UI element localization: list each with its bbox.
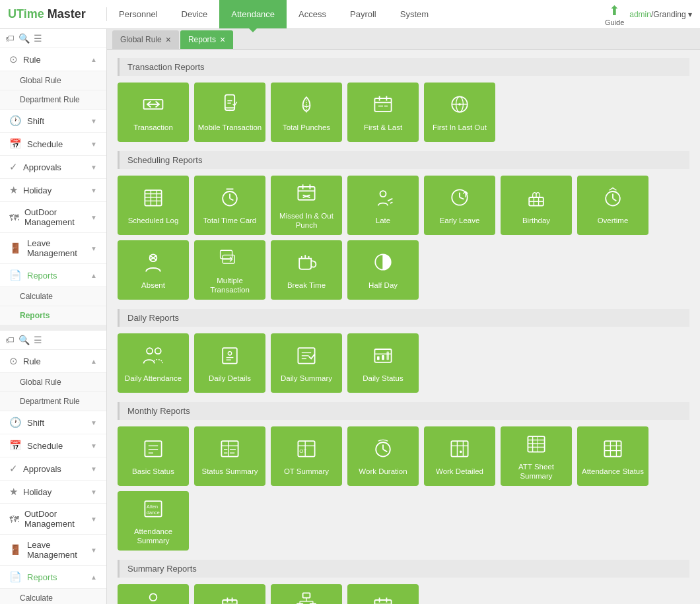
nav-device[interactable]: Device bbox=[170, 0, 220, 28]
sidebar-item-reports-2[interactable]: 📄 Reports ▲ bbox=[0, 566, 106, 589]
card-yearly-summary[interactable]: Yearly Summary bbox=[347, 584, 419, 604]
card-attendance-summary-label: Attendance Summary bbox=[120, 527, 186, 546]
tab-reports[interactable]: Reports × bbox=[180, 30, 233, 49]
sidebar-sub-global-rule-1[interactable]: Global Rule bbox=[0, 71, 106, 90]
card-daily-attendance[interactable]: Daily Attendance bbox=[118, 333, 189, 393]
card-transaction[interactable]: Transaction bbox=[118, 83, 189, 142]
chevron-down-icon: ▼ bbox=[90, 117, 97, 125]
card-daily-status[interactable]: Daily Status bbox=[347, 333, 419, 393]
card-daily-details[interactable]: Daily Details bbox=[194, 333, 265, 393]
card-daily-summary[interactable]: Daily Summary bbox=[271, 333, 342, 393]
sidebar-item-leave-1[interactable]: 🚪 Leave Management ▼ bbox=[0, 233, 106, 264]
nav-payroll[interactable]: Payroll bbox=[338, 0, 388, 28]
sidebar-sub-reports-link-1[interactable]: Reports bbox=[0, 306, 106, 325]
card-mobile-transaction[interactable]: Mobile Transaction bbox=[194, 83, 265, 142]
search-icon[interactable]: 🔍 bbox=[18, 33, 30, 44]
late-icon bbox=[371, 185, 395, 213]
card-first-last-label: First & Last bbox=[364, 123, 402, 133]
sidebar-item-approvals-1[interactable]: ✓ Approvals ▼ bbox=[0, 156, 106, 179]
user-info[interactable]: admin/Granding ▾ bbox=[629, 10, 692, 19]
shift-icon-2: 🕐 bbox=[9, 417, 22, 428]
card-work-detailed[interactable]: Work Detailed bbox=[424, 426, 495, 486]
schedule-icon-2: 📅 bbox=[9, 440, 22, 452]
svg-point-114 bbox=[150, 593, 157, 601]
sidebar-item-outdoor-2[interactable]: 🗺 OutDoor Management ▼ bbox=[0, 504, 106, 535]
chevron-up-icon: ▲ bbox=[90, 56, 97, 63]
guide-button[interactable]: ⬆ Guide bbox=[605, 3, 624, 26]
card-status-summary[interactable]: Status Summary bbox=[194, 426, 265, 486]
section-transaction-reports: Transaction Reports bbox=[118, 58, 689, 76]
card-first-in-last-out[interactable]: First In Last Out bbox=[424, 83, 495, 142]
card-multiple-transaction[interactable]: Multiple Transaction bbox=[194, 240, 265, 300]
leave-icon-2: 🚪 bbox=[9, 544, 22, 556]
sidebar-item-reports-1[interactable]: 📄 Reports ▲ bbox=[0, 264, 106, 287]
sidebar-sub-calculate-2[interactable]: Calculate bbox=[0, 589, 106, 604]
sidebar-sub-department-rule-1[interactable]: Department Rule bbox=[0, 90, 106, 110]
tab-reports-close[interactable]: × bbox=[220, 35, 225, 44]
card-missed-in-out[interactable]: Missed In & Out Punch bbox=[271, 176, 342, 235]
card-birthday[interactable]: Birthday bbox=[501, 176, 572, 235]
tab-global-rule[interactable]: Global Rule × bbox=[112, 30, 179, 49]
card-absent[interactable]: Absent bbox=[118, 240, 189, 300]
sidebar-label-leave-2: Leave Management bbox=[27, 540, 90, 560]
card-first-last[interactable]: First & Last bbox=[347, 83, 419, 142]
search-icon-2[interactable]: 🔍 bbox=[18, 335, 30, 345]
sidebar-sub-global-rule-2[interactable]: Global Rule bbox=[0, 373, 106, 392]
sidebar-item-rule-1[interactable]: ⊙ Rule ▲ bbox=[0, 48, 106, 71]
svg-rect-8 bbox=[374, 98, 391, 112]
card-total-time-card[interactable]: Total Time Card bbox=[194, 176, 265, 235]
card-leave-summary[interactable]: Leave Summary bbox=[194, 584, 265, 604]
sidebar-label-rule-1: Rule bbox=[23, 55, 41, 65]
sidebar-item-holiday-2[interactable]: ★ Holiday ▼ bbox=[0, 481, 106, 504]
card-att-sheet-summary[interactable]: ATT Sheet Summary bbox=[501, 426, 572, 486]
sidebar-item-holiday-1[interactable]: ★ Holiday ▼ bbox=[0, 179, 106, 202]
svg-line-94 bbox=[383, 449, 387, 452]
card-break-time[interactable]: Break Time bbox=[271, 240, 342, 300]
sidebar-sub-calculate-1[interactable]: Calculate bbox=[0, 287, 106, 306]
card-attendance-status[interactable]: Attendance Status bbox=[577, 426, 648, 486]
card-early-leave[interactable]: Early Leave bbox=[424, 176, 495, 235]
sidebar-label-rule-2: Rule bbox=[23, 356, 41, 366]
sidebar-item-schedule-1[interactable]: 📅 Schedule ▼ bbox=[0, 133, 106, 156]
sidebar-item-outdoor-1[interactable]: 🗺 OutDoor Management ▼ bbox=[0, 202, 106, 233]
sidebar-item-approvals-2[interactable]: ✓ Approvals ▼ bbox=[0, 457, 106, 481]
sidebar-label-outdoor-1: OutDoor Management bbox=[24, 207, 90, 227]
card-half-day[interactable]: Half Day bbox=[347, 240, 419, 300]
list-icon-2[interactable]: ☰ bbox=[34, 335, 42, 345]
sidebar-item-shift-1[interactable]: 🕐 Shift ▼ bbox=[0, 110, 106, 133]
nav-system[interactable]: System bbox=[388, 0, 440, 28]
sidebar-item-schedule-2[interactable]: 📅 Schedule ▼ bbox=[0, 434, 106, 457]
approvals-icon-1: ✓ bbox=[9, 161, 18, 173]
sidebar-item-leave-2[interactable]: 🚪 Leave Management ▼ bbox=[0, 535, 106, 566]
list-icon[interactable]: ☰ bbox=[34, 33, 42, 44]
nav-attendance[interactable]: Attendance bbox=[219, 0, 287, 28]
sidebar-label-schedule-1: Schedule bbox=[27, 139, 63, 149]
card-overtime[interactable]: Overtime bbox=[577, 176, 648, 235]
svg-rect-76 bbox=[386, 351, 389, 360]
guide-label: Guide bbox=[605, 18, 624, 26]
card-work-duration[interactable]: Work Duration bbox=[347, 426, 419, 486]
card-basic-status[interactable]: Basic Status bbox=[118, 426, 189, 486]
chevron-down-icon-4: ▼ bbox=[90, 187, 97, 194]
nav-access[interactable]: Access bbox=[287, 0, 338, 28]
summary-reports-grid: Employee Summary Leave Summary bbox=[118, 584, 689, 604]
sidebar-label-schedule-2: Schedule bbox=[27, 441, 63, 451]
sidebar-label-holiday-2: Holiday bbox=[23, 487, 52, 497]
nav-personnel[interactable]: Personnel bbox=[107, 0, 170, 28]
sidebar-label-approvals-2: Approvals bbox=[23, 464, 61, 474]
tab-global-rule-close[interactable]: × bbox=[166, 35, 171, 44]
card-department-summary[interactable]: Department Summary bbox=[271, 584, 342, 604]
card-attendance-summary[interactable]: Atten dance Attendance Summary bbox=[118, 491, 189, 551]
sidebar-item-rule-2[interactable]: ⊙ Rule ▲ bbox=[0, 350, 106, 373]
card-ot-summary[interactable]: OT OT Summary bbox=[271, 426, 342, 486]
sidebar-item-shift-2[interactable]: 🕐 Shift ▼ bbox=[0, 411, 106, 434]
tag-icon-2[interactable]: 🏷 bbox=[5, 335, 15, 345]
card-scheduled-log[interactable]: Scheduled Log bbox=[118, 176, 189, 235]
tag-icon[interactable]: 🏷 bbox=[5, 33, 15, 44]
card-late[interactable]: Late bbox=[347, 176, 419, 235]
card-total-punches[interactable]: Total Punches bbox=[271, 83, 342, 142]
sidebar-sub-department-rule-2[interactable]: Department Rule bbox=[0, 392, 106, 411]
transaction-reports-grid: Transaction Mobile Transaction bbox=[118, 83, 689, 142]
card-employee-summary[interactable]: Employee Summary bbox=[118, 584, 189, 604]
svg-point-62 bbox=[147, 348, 153, 354]
